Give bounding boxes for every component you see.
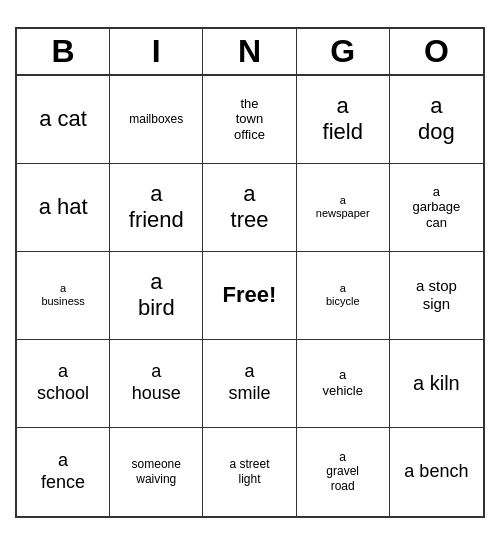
header-letter: O [390, 29, 483, 74]
bingo-cell[interactable]: ahouse [110, 340, 203, 428]
bingo-cell[interactable]: atree [203, 164, 296, 252]
bingo-card: BINGO a catmailboxesthetownofficeafielda… [15, 27, 485, 518]
bingo-cell[interactable]: a streetlight [203, 428, 296, 516]
bingo-cell[interactable]: afield [297, 76, 390, 164]
header-letter: B [17, 29, 110, 74]
bingo-cell[interactable]: a stopsign [390, 252, 483, 340]
bingo-cell[interactable]: asmile [203, 340, 296, 428]
bingo-cell[interactable]: abicycle [297, 252, 390, 340]
bingo-cell[interactable]: aschool [17, 340, 110, 428]
bingo-cell[interactable]: someonewaiving [110, 428, 203, 516]
bingo-cell[interactable]: a bench [390, 428, 483, 516]
bingo-cell[interactable]: Free! [203, 252, 296, 340]
bingo-cell[interactable]: a cat [17, 76, 110, 164]
bingo-cell[interactable]: a hat [17, 164, 110, 252]
bingo-cell[interactable]: abusiness [17, 252, 110, 340]
bingo-header: BINGO [17, 29, 483, 76]
bingo-cell[interactable]: agravelroad [297, 428, 390, 516]
header-letter: I [110, 29, 203, 74]
bingo-cell[interactable]: avehicle [297, 340, 390, 428]
header-letter: N [203, 29, 296, 74]
bingo-cell[interactable]: adog [390, 76, 483, 164]
bingo-cell[interactable]: abird [110, 252, 203, 340]
bingo-cell[interactable]: thetownoffice [203, 76, 296, 164]
header-letter: G [297, 29, 390, 74]
bingo-grid: a catmailboxesthetownofficeafieldadoga h… [17, 76, 483, 516]
bingo-cell[interactable]: a kiln [390, 340, 483, 428]
bingo-cell[interactable]: afence [17, 428, 110, 516]
bingo-cell[interactable]: afriend [110, 164, 203, 252]
bingo-cell[interactable]: mailboxes [110, 76, 203, 164]
bingo-cell[interactable]: anewspaper [297, 164, 390, 252]
bingo-cell[interactable]: agarbagecan [390, 164, 483, 252]
